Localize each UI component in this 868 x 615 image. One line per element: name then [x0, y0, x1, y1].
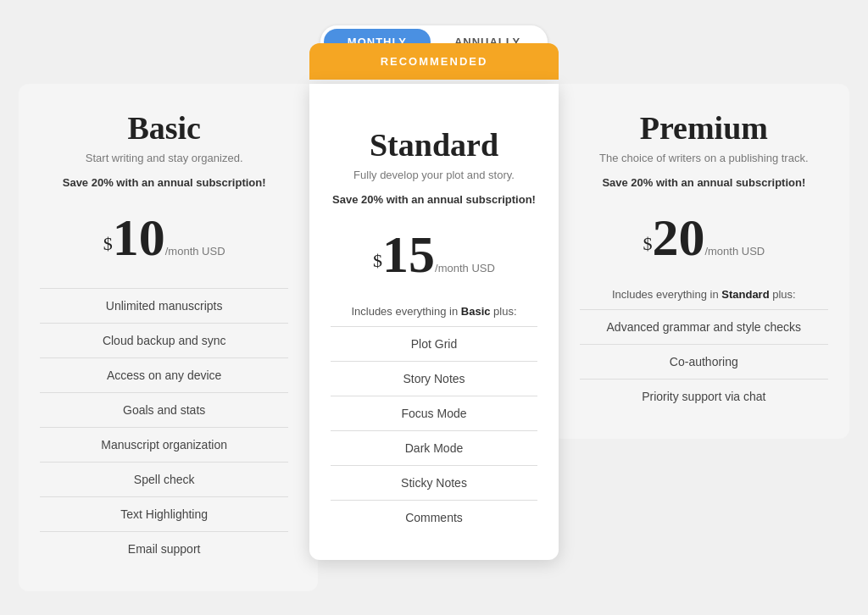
feature-item: Priority support via chat — [580, 379, 828, 413]
premium-plan-title: Premium — [580, 109, 828, 147]
premium-price-suffix: /month USD — [704, 245, 765, 258]
feature-item: Dark Mode — [331, 430, 537, 465]
feature-item: Email support — [40, 531, 288, 566]
basic-plan-title: Basic — [40, 109, 288, 147]
feature-item: Advanced grammar and style checks — [580, 309, 828, 344]
feature-item: Spell check — [40, 462, 288, 496]
premium-price-amount: 20 — [652, 208, 704, 266]
basic-plan-subtitle: Start writing and stay organized. — [40, 152, 288, 164]
standard-includes-text: Includes everything in Basic plus: — [331, 305, 537, 318]
feature-item: Unlimited manuscripts — [40, 288, 288, 323]
standard-plan-subtitle: Fully develop your plot and story. — [331, 169, 537, 181]
basic-save-text: Save 20% with an annual subscription! — [40, 176, 288, 189]
plans-container: Basic Start writing and stay organized. … — [19, 84, 849, 591]
feature-item: Plot Grid — [331, 326, 537, 361]
premium-includes-bold: Standard — [721, 288, 769, 301]
standard-includes-bold: Basic — [461, 305, 491, 318]
premium-price-dollar: $ — [643, 233, 652, 254]
feature-item: Access on any device — [40, 357, 288, 392]
feature-item: Cloud backup and sync — [40, 323, 288, 357]
standard-features-list: Plot Grid Story Notes Focus Mode Dark Mo… — [331, 326, 537, 535]
premium-includes-text: Includes everything in Standard plus: — [580, 288, 828, 301]
standard-plan-card: Standard Fully develop your plot and sto… — [309, 84, 558, 560]
feature-item: Manuscript organization — [40, 427, 288, 462]
standard-save-text: Save 20% with an annual subscription! — [331, 193, 537, 206]
premium-price-row: $20/month USD — [580, 208, 828, 268]
standard-price-dollar: $ — [373, 250, 382, 271]
basic-price-suffix: /month USD — [165, 245, 225, 258]
premium-features-list: Advanced grammar and style checks Co-aut… — [580, 309, 828, 413]
feature-item: Goals and stats — [40, 392, 288, 427]
basic-features-list: Unlimited manuscripts Cloud backup and s… — [40, 288, 288, 566]
basic-price-dollar: $ — [103, 233, 113, 254]
premium-plan-subtitle: The choice of writers on a publishing tr… — [580, 152, 828, 164]
standard-price-suffix: /month USD — [435, 262, 495, 274]
feature-item: Text Highlighting — [40, 496, 288, 531]
basic-price-amount: 10 — [113, 208, 165, 266]
feature-item: Story Notes — [331, 361, 537, 396]
feature-item: Co-authoring — [580, 344, 828, 379]
recommended-banner: RECOMMENDED — [309, 43, 558, 80]
page-wrapper: MONTHLY ANNUALLY Basic Start writing and… — [8, 17, 860, 591]
basic-plan-card: Basic Start writing and stay organized. … — [19, 84, 318, 591]
premium-plan-card: Premium The choice of writers on a publi… — [550, 84, 849, 439]
standard-price-amount: 15 — [382, 225, 435, 283]
feature-item: Sticky Notes — [331, 465, 537, 500]
standard-plan-title: Standard — [331, 126, 537, 163]
standard-wrapper: RECOMMENDED Standard Fully develop your … — [309, 84, 558, 560]
standard-price-row: $15/month USD — [331, 224, 537, 285]
premium-save-text: Save 20% with an annual subscription! — [580, 176, 828, 189]
feature-item: Focus Mode — [331, 396, 537, 430]
feature-item: Comments — [331, 500, 537, 535]
basic-price-row: $10/month USD — [40, 208, 288, 268]
